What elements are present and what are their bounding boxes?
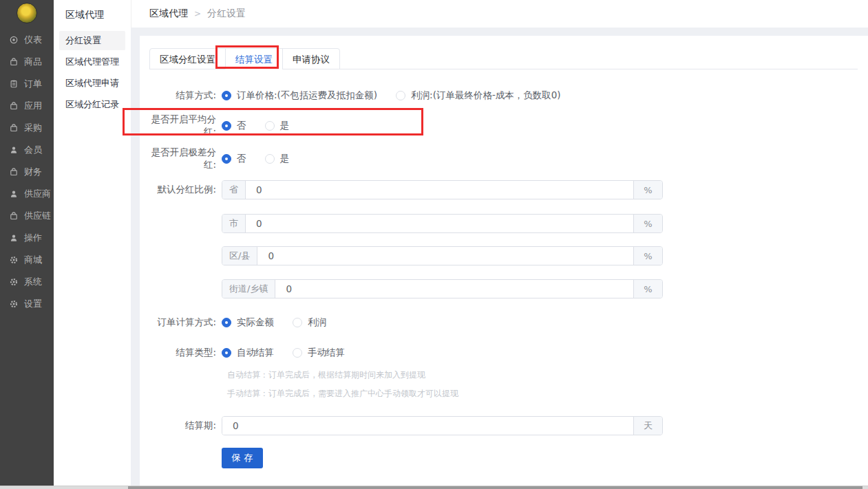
- person-icon: [9, 233, 19, 243]
- input-prefix: 区/县: [222, 247, 257, 265]
- settlement-type-label: 结算类型:: [140, 347, 216, 359]
- radio-icon[interactable]: [222, 121, 231, 131]
- tab-settlement-settings[interactable]: 结算设置: [225, 48, 283, 69]
- sidebar-item-label: 操作: [24, 232, 42, 244]
- radio-label: 是: [280, 153, 290, 165]
- radio-label: 手动结算: [308, 347, 345, 359]
- sidebar-item-agent-application[interactable]: 区域代理申请: [59, 74, 125, 93]
- scrollbar-thumb[interactable]: [128, 486, 862, 489]
- radio-profit[interactable]: 利润: [293, 316, 326, 329]
- input-prefix: 市: [222, 215, 246, 232]
- content-card: 区域分红设置 结算设置 申请协议 结算方式: 订单价格:(不包括运费及抵扣金额)…: [140, 36, 868, 486]
- sidebar-item-members[interactable]: 会员: [0, 139, 54, 161]
- radio-icon[interactable]: [222, 318, 231, 327]
- order-calc-row: 订单计算方式: 实际金额 利润: [140, 313, 858, 332]
- sidebar-item-system[interactable]: 系统: [0, 271, 54, 293]
- radio-icon[interactable]: [265, 154, 275, 164]
- province-ratio-input[interactable]: [246, 181, 633, 199]
- radio-icon[interactable]: [293, 318, 302, 327]
- radio-label: 实际金额: [237, 316, 274, 329]
- gear-icon: [9, 299, 19, 309]
- sidebar-item-label: 设置: [24, 298, 42, 310]
- sidebar-item-label: 商品: [24, 56, 42, 68]
- ratio-province-row: 默认分红比例: 省 %: [140, 180, 858, 199]
- radio-icon[interactable]: [222, 348, 231, 358]
- sidebar-item-orders[interactable]: 订单: [0, 73, 54, 95]
- sidebar-item-goods[interactable]: 商品: [0, 51, 54, 73]
- radio-icon[interactable]: [265, 121, 275, 131]
- radio-auto-settle[interactable]: 自动结算: [222, 347, 274, 359]
- default-ratio-label: 默认分红比例:: [140, 184, 216, 196]
- sidebar-item-dividend-records[interactable]: 区域分红记录: [59, 95, 125, 114]
- bag-icon: [9, 57, 19, 67]
- radio-icon[interactable]: [293, 348, 302, 358]
- sidebar-item-operation[interactable]: 操作: [0, 227, 54, 249]
- radio-label: 利润:(订单最终价格-成本，负数取0): [411, 89, 561, 102]
- sidebar-item-label: 订单: [24, 78, 42, 90]
- radio-manual-settle[interactable]: 手动结算: [293, 347, 345, 359]
- main-area: 区域代理 > 分红设置 区域分红设置 结算设置 申请协议 结算方式: 订单价格:…: [131, 0, 868, 489]
- primary-sidebar: 仪表 商品 订单 应用 采购 会员 财务 供应商 供应链 操作 商城: [0, 0, 54, 489]
- sidebar-item-dashboard[interactable]: 仪表: [0, 29, 54, 51]
- sidebar-item-label: 系统: [24, 276, 42, 288]
- radio-icon[interactable]: [222, 91, 231, 100]
- average-dividend-label: 是否开启平均分红:: [140, 113, 216, 138]
- breadcrumb-link[interactable]: 区域代理: [149, 8, 188, 20]
- sidebar-item-agent-management[interactable]: 区域代理管理: [59, 52, 125, 72]
- sidebar-item-apps[interactable]: 应用: [0, 95, 54, 117]
- person-icon: [9, 189, 19, 199]
- radio-profit[interactable]: 利润:(订单最终价格-成本，负数取0): [396, 89, 561, 102]
- district-ratio-input[interactable]: [257, 247, 633, 265]
- input-prefix: 街道/乡镇: [222, 280, 275, 298]
- street-ratio-input[interactable]: [275, 280, 633, 298]
- settlement-method-label: 结算方式:: [140, 89, 216, 102]
- sidebar-item-finance[interactable]: 财务: [0, 161, 54, 183]
- radio-no[interactable]: 否: [222, 120, 246, 132]
- ratio-street-row: 街道/乡镇 %: [140, 279, 858, 298]
- radio-yes[interactable]: 是: [265, 153, 290, 165]
- ratio-city-row: 市 %: [140, 214, 858, 233]
- radio-label: 是: [280, 120, 290, 132]
- percent-suffix: %: [633, 215, 662, 232]
- person-icon: [9, 145, 19, 155]
- settlement-period-input[interactable]: [222, 417, 633, 435]
- sidebar-item-mall[interactable]: 商城: [0, 249, 54, 271]
- sidebar-item-label: 商城: [24, 254, 42, 266]
- days-suffix: 天: [633, 417, 662, 435]
- dashboard-icon: [9, 35, 19, 45]
- radio-label: 自动结算: [237, 347, 274, 359]
- sidebar-item-settings[interactable]: 设置: [0, 293, 54, 315]
- sidebar-item-label: 供应链: [24, 210, 51, 222]
- horizontal-scrollbar: [0, 486, 868, 489]
- radio-actual-amount[interactable]: 实际金额: [222, 316, 274, 329]
- city-ratio-input[interactable]: [246, 215, 633, 232]
- save-button[interactable]: 保 存: [222, 448, 263, 468]
- sidebar-item-label: 会员: [24, 144, 42, 156]
- sidebar-item-label: 财务: [24, 166, 42, 178]
- settlement-period-label: 结算期:: [140, 420, 216, 432]
- range-dividend-label: 是否开启极差分红:: [140, 146, 216, 171]
- sidebar-item-label: 仪表: [24, 34, 42, 46]
- bag-icon: [9, 101, 19, 111]
- auto-settle-help: 自动结算：订单完成后，根据结算期时间来加入到提现: [227, 369, 425, 381]
- bag-icon: [9, 211, 19, 221]
- avatar[interactable]: [17, 3, 37, 23]
- tab-bar: 区域分红设置 结算设置 申请协议: [149, 48, 858, 69]
- percent-suffix: %: [633, 247, 662, 265]
- radio-label: 否: [237, 153, 246, 165]
- secondary-sidebar: 区域代理 分红设置 区域代理管理 区域代理申请 区域分红记录: [54, 0, 131, 489]
- sidebar-item-dividend-settings[interactable]: 分红设置: [59, 31, 125, 50]
- tab-region-dividend-settings[interactable]: 区域分红设置: [149, 48, 226, 69]
- manual-settle-help: 手动结算：订单完成后，需要进入推广中心手动领取才可以提现: [227, 388, 458, 400]
- radio-icon[interactable]: [396, 91, 405, 100]
- settlement-period-row: 结算期: 天: [140, 416, 858, 435]
- tab-application-agreement[interactable]: 申请协议: [282, 48, 340, 69]
- sidebar-item-purchase[interactable]: 采购: [0, 117, 54, 139]
- radio-no[interactable]: 否: [222, 153, 246, 165]
- sidebar-item-supplier[interactable]: 供应商: [0, 183, 54, 205]
- radio-order-price[interactable]: 订单价格:(不包括运费及抵扣金额): [222, 89, 377, 102]
- sidebar-item-supply-chain[interactable]: 供应链: [0, 205, 54, 227]
- radio-yes[interactable]: 是: [265, 120, 290, 132]
- radio-icon[interactable]: [222, 154, 231, 164]
- radio-label: 否: [237, 120, 246, 132]
